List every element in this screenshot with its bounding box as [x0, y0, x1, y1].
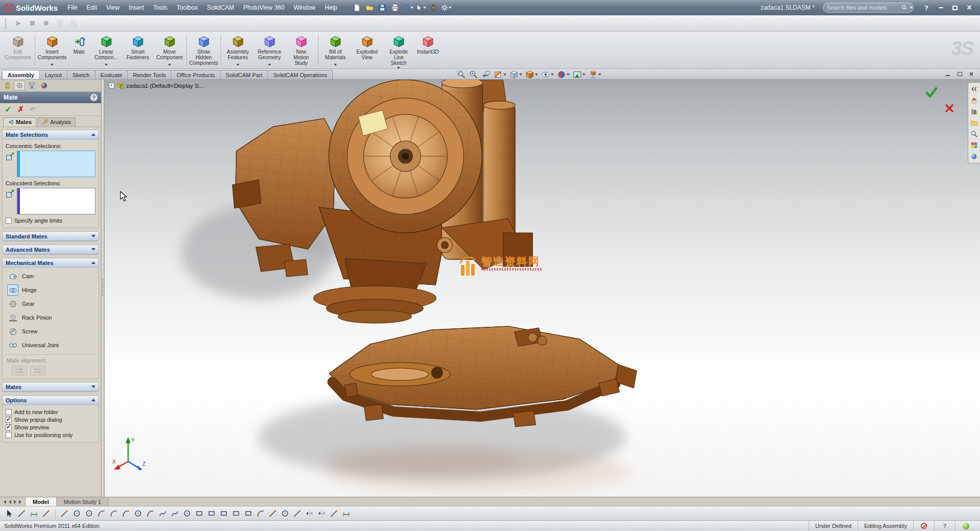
- collapse-chevron-icon[interactable]: [91, 399, 95, 401]
- menu-help[interactable]: Help: [320, 2, 342, 13]
- undo-button[interactable]: [30, 105, 36, 113]
- macro-record-icon[interactable]: [41, 19, 51, 28]
- open-document-icon[interactable]: [364, 2, 375, 13]
- cmd-reference-geometry[interactable]: Reference Geometry: [254, 33, 285, 67]
- tab-render-tools[interactable]: Render Tools: [127, 70, 172, 79]
- collapse-task-pane-icon[interactable]: [969, 84, 978, 94]
- text-icon[interactable]: [341, 508, 352, 519]
- confirm-cancel-icon[interactable]: [944, 103, 954, 113]
- zoom-area-icon[interactable]: [469, 70, 479, 79]
- scroll-last-icon[interactable]: [19, 500, 21, 504]
- maximize-icon[interactable]: [950, 4, 960, 12]
- parabola-icon[interactable]: [157, 508, 168, 519]
- fillet-icon[interactable]: [255, 508, 266, 519]
- options-checkbox-1[interactable]: [6, 417, 12, 423]
- cancel-button[interactable]: [17, 105, 24, 114]
- mate-type-universal-joint[interactable]: Universal Joint: [6, 339, 95, 352]
- options-icon[interactable]: [440, 2, 452, 13]
- minimize-icon[interactable]: [936, 4, 945, 12]
- tab-motion-study-1[interactable]: Motion Study 1: [57, 497, 109, 506]
- menu-edit[interactable]: Edit: [82, 2, 102, 13]
- appearances-scenes-icon[interactable]: [969, 152, 978, 161]
- apply-scene-icon[interactable]: [572, 70, 586, 79]
- options-checkbox-3[interactable]: [6, 432, 12, 438]
- menu-solidcam[interactable]: SolidCAM: [202, 2, 238, 13]
- mate-type-cam[interactable]: Cam: [6, 270, 95, 283]
- view-orientation-icon[interactable]: [509, 70, 523, 79]
- cmd-new-motion-study[interactable]: New Motion Study: [285, 33, 317, 67]
- centerline-icon[interactable]: [59, 508, 70, 519]
- coincident-selections-listbox[interactable]: [17, 188, 95, 214]
- sketch-icon[interactable]: [16, 508, 27, 519]
- line-icon[interactable]: [41, 508, 52, 519]
- file-explorer-icon[interactable]: [969, 118, 978, 128]
- chamfer-icon[interactable]: [267, 508, 278, 519]
- expand-chevron-icon[interactable]: [91, 248, 95, 251]
- tab-sketch[interactable]: Sketch: [67, 70, 95, 79]
- macro-stop-icon[interactable]: [28, 19, 37, 28]
- extend-entities-icon[interactable]: [329, 508, 339, 519]
- smart-dimension-icon[interactable]: [29, 508, 39, 519]
- tab-layout[interactable]: Layout: [39, 70, 67, 79]
- scroll-right-icon[interactable]: [14, 500, 16, 504]
- displaymanager-icon[interactable]: [38, 81, 50, 90]
- pm-tab-mates[interactable]: Mates: [3, 117, 36, 127]
- undo-icon[interactable]: [402, 2, 413, 13]
- mechanical-mates-header[interactable]: Mechanical Mates: [3, 258, 99, 268]
- featuremanager-tree-icon[interactable]: [2, 81, 13, 90]
- select-icon[interactable]: [4, 508, 15, 519]
- pm-tab-analysis[interactable]: Analysis: [37, 117, 76, 127]
- center-rectangle-icon[interactable]: [206, 508, 217, 519]
- close-icon[interactable]: [965, 4, 974, 12]
- ok-button[interactable]: [5, 105, 11, 114]
- cmd-insert-components[interactable]: Insert Components: [36, 33, 68, 67]
- propertymanager-icon[interactable]: [14, 81, 25, 90]
- cmd-bill-of-materials[interactable]: Bill of Materials: [320, 33, 351, 67]
- standard-mates-header[interactable]: Standard Mates: [3, 232, 99, 241]
- tab-evaluate[interactable]: Evaluate: [95, 70, 128, 79]
- status-help-icon[interactable]: [941, 522, 949, 530]
- macro-play-icon[interactable]: [14, 19, 23, 28]
- search-dropdown-icon[interactable]: [910, 7, 913, 9]
- cmd-show-hidden-components[interactable]: Show Hidden Components: [188, 33, 219, 67]
- cmd-edit-component[interactable]: Edit Component: [2, 33, 34, 67]
- save-icon[interactable]: [377, 2, 388, 13]
- tab-office-products[interactable]: Office Products: [171, 70, 220, 79]
- view-palette-icon[interactable]: [969, 140, 978, 150]
- macro-new-icon[interactable]: [55, 19, 64, 28]
- search-icon[interactable]: [901, 5, 908, 11]
- spline-icon[interactable]: [169, 508, 180, 519]
- search-box[interactable]: [823, 3, 914, 13]
- configurationmanager-icon[interactable]: [26, 81, 37, 90]
- convert-entities-icon[interactable]: [292, 508, 303, 519]
- view-settings-icon[interactable]: [588, 70, 602, 79]
- assembly-3d-model[interactable]: [105, 80, 980, 497]
- polygon-icon[interactable]: [243, 508, 254, 519]
- design-library-icon[interactable]: [969, 107, 978, 116]
- cmd-exploded-view[interactable]: Exploded View: [351, 33, 383, 67]
- mates-header[interactable]: Mates: [3, 382, 99, 392]
- search-results-icon[interactable]: [969, 129, 978, 139]
- point-icon[interactable]: [182, 508, 192, 519]
- menu-tools[interactable]: Tools: [149, 2, 172, 13]
- rebuild-icon[interactable]: [428, 2, 439, 13]
- tangent-arc-icon[interactable]: [108, 508, 119, 519]
- confirm-ok-icon[interactable]: [925, 86, 938, 99]
- menu-file[interactable]: File: [63, 2, 82, 13]
- quick-tips-icon[interactable]: [962, 522, 970, 530]
- tab-assembly[interactable]: Assembly: [2, 70, 40, 79]
- graphics-viewport[interactable]: zadaca1 (Default<Display S...: [105, 80, 980, 497]
- options-header[interactable]: Options: [3, 396, 99, 405]
- mate-type-hinge[interactable]: Hinge: [6, 283, 95, 297]
- corner-rectangle-icon[interactable]: [194, 508, 205, 519]
- trim-entities-icon[interactable]: [316, 508, 327, 519]
- new-document-icon[interactable]: [351, 2, 362, 13]
- tab-model[interactable]: Model: [26, 497, 57, 506]
- display-style-icon[interactable]: [525, 70, 538, 79]
- zoom-fit-icon[interactable]: [456, 70, 467, 79]
- options-checkbox-2[interactable]: [6, 424, 12, 430]
- offset-entities-icon[interactable]: [280, 508, 290, 519]
- menu-view[interactable]: View: [102, 2, 124, 13]
- tab-solidcam-part[interactable]: SolidCAM Part: [220, 70, 268, 79]
- three-point-arc-icon[interactable]: [120, 508, 131, 519]
